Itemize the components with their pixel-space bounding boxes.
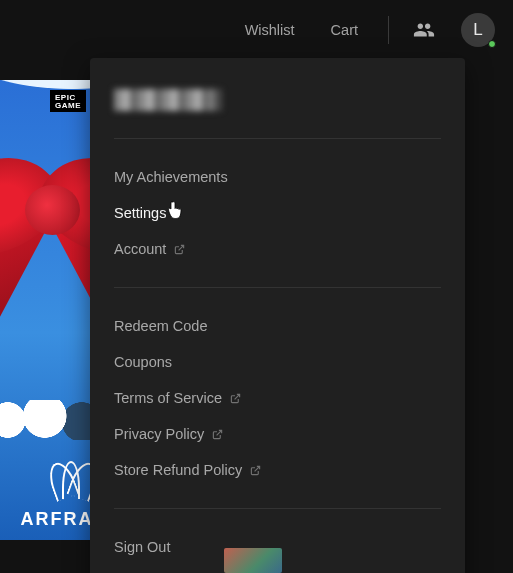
svg-line-3 <box>255 466 260 471</box>
external-link-icon <box>174 244 185 255</box>
menu-item-label: Account <box>114 239 166 259</box>
content-thumbnail[interactable] <box>224 548 282 573</box>
username-redacted <box>114 89 214 111</box>
menu-item-label: Privacy Policy <box>114 424 204 444</box>
external-link-icon <box>212 429 223 440</box>
menu-item-settings[interactable]: Settings <box>90 195 465 231</box>
menu-item-label: Store Refund Policy <box>114 460 242 480</box>
menu-item-redeem-code[interactable]: Redeem Code <box>90 308 465 344</box>
external-link-icon <box>250 465 261 476</box>
svg-line-2 <box>217 430 222 435</box>
menu-group-store: Redeem CodeCouponsTerms of ServicePrivac… <box>90 288 465 508</box>
cart-link[interactable]: Cart <box>317 22 372 38</box>
username-display <box>114 86 441 114</box>
external-link-icon <box>230 393 241 404</box>
top-nav: Wishlist Cart L <box>0 0 513 60</box>
menu-item-label: Settings <box>114 203 166 223</box>
account-dropdown: My AchievementsSettingsAccount Redeem Co… <box>90 58 465 573</box>
svg-line-1 <box>235 394 240 399</box>
menu-item-label: My Achievements <box>114 167 228 187</box>
wishlist-link[interactable]: Wishlist <box>231 22 309 38</box>
avatar[interactable]: L <box>461 13 495 47</box>
menu-item-terms-of-service[interactable]: Terms of Service <box>90 380 465 416</box>
svg-line-0 <box>179 245 184 250</box>
menu-item-my-achievements[interactable]: My Achievements <box>90 159 465 195</box>
menu-item-coupons[interactable]: Coupons <box>90 344 465 380</box>
friends-icon[interactable] <box>405 19 443 41</box>
brand-badge: EPIC GAME <box>50 90 86 112</box>
menu-item-label: Terms of Service <box>114 388 222 408</box>
menu-item-store-refund-policy[interactable]: Store Refund Policy <box>90 452 465 488</box>
nav-divider <box>388 16 389 44</box>
menu-item-label: Coupons <box>114 352 172 372</box>
status-online-icon <box>488 40 496 48</box>
avatar-initial: L <box>473 20 482 40</box>
menu-item-account[interactable]: Account <box>90 231 465 267</box>
menu-item-privacy-policy[interactable]: Privacy Policy <box>90 416 465 452</box>
menu-item-label: Redeem Code <box>114 316 208 336</box>
menu-group-account: My AchievementsSettingsAccount <box>90 139 465 287</box>
